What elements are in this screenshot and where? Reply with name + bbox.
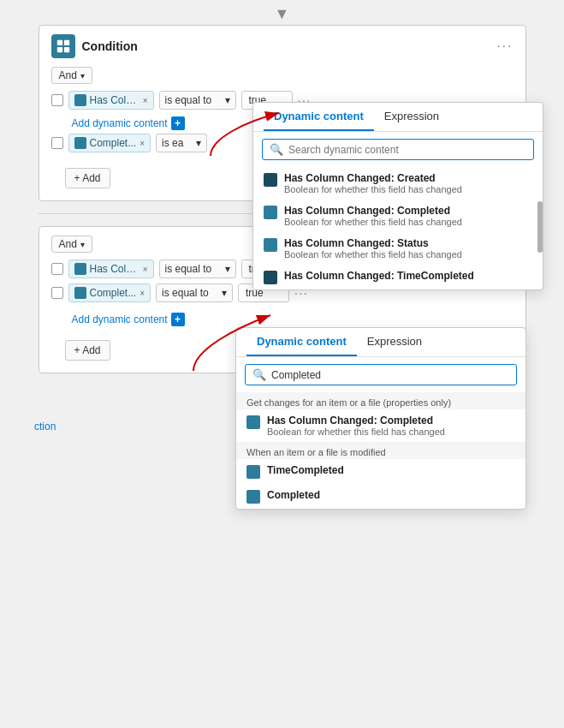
scroll-bar-1[interactable] <box>537 201 543 253</box>
add-dynamic-icon-1: + <box>171 116 185 130</box>
panel-item-desc-1-1: Boolean for whether this field has chang… <box>284 217 462 227</box>
add-dynamic-icon-2: + <box>171 313 185 326</box>
panel-item-title-1-1: Has Column Changed: Completed <box>284 205 462 217</box>
and-badge-2[interactable]: And ▾ <box>51 236 92 253</box>
tag-icon-2-1 <box>74 263 86 275</box>
tag-icon-1-2 <box>74 137 86 149</box>
search-icon-2: 🔍 <box>252 368 266 381</box>
panel-item-1-0[interactable]: Has Column Changed: Created Boolean for … <box>253 167 543 200</box>
tag-close-2-1[interactable]: × <box>143 265 148 274</box>
panel-item-icon-1-2 <box>264 238 277 252</box>
panel-item-title-1-2: Has Column Changed: Status <box>284 237 462 249</box>
panel-search-1: 🔍 <box>262 139 534 160</box>
action-text: ction <box>34 421 56 433</box>
panel-items-1: Has Column Changed: Created Boolean for … <box>253 167 543 289</box>
panel-section-label-2-2: When an item or a file is modified <box>236 442 525 459</box>
dynamic-panel-1: Dynamic content Expression 🔍 Has Column … <box>252 102 543 290</box>
dynamic-panel-2: Dynamic content Expression 🔍 Get changes… <box>235 327 526 510</box>
tag-close-1-1[interactable]: × <box>143 96 148 105</box>
tag-icon-2-2 <box>74 287 86 299</box>
add-dynamic-2[interactable]: Add dynamic content + <box>72 313 185 326</box>
panel-item-icon-2-2 <box>246 490 260 504</box>
panel-tabs-2: Dynamic content Expression <box>236 328 525 357</box>
tag-icon-1-1 <box>74 94 86 106</box>
svg-rect-3 <box>63 47 68 52</box>
panel-item-1-1[interactable]: Has Column Changed: Completed Boolean fo… <box>253 200 543 232</box>
checkbox-1-2[interactable] <box>51 137 63 149</box>
section1-wrapper: Condition ··· And ▾ Has Colu... × is equ… <box>0 25 564 201</box>
checkbox-2-2[interactable] <box>51 287 63 299</box>
search-input-2[interactable] <box>271 369 509 381</box>
operator-select-1-2[interactable]: is ea ▾ <box>156 134 207 152</box>
and-badge-1[interactable]: And ▾ <box>51 67 92 84</box>
tag-pill-1-2[interactable]: Complet... × <box>68 134 151 152</box>
panel-tabs-1: Dynamic content Expression <box>253 103 543 132</box>
panel-item-title-1-3: Has Column Changed: TimeCompleted <box>284 270 474 282</box>
panel-item-title-1-0: Has Column Changed: Created <box>284 172 462 184</box>
tag-pill-1-1[interactable]: Has Colu... × <box>68 91 154 110</box>
tab-expression-1[interactable]: Expression <box>374 103 449 131</box>
svg-rect-2 <box>56 47 62 52</box>
panel-item-title-2-1: TimeCompleted <box>267 464 344 476</box>
panel-item-2-0[interactable]: Has Column Changed: Completed Boolean fo… <box>236 409 525 442</box>
card-menu-1[interactable]: ··· <box>496 39 513 54</box>
condition-icon-1 <box>51 34 75 58</box>
panel-item-desc-1-2: Boolean for whether this field has chang… <box>284 249 462 260</box>
panel-item-2-2[interactable]: Completed <box>236 484 525 509</box>
panel-item-2-1[interactable]: TimeCompleted <box>236 459 525 484</box>
panel-item-icon-1-1 <box>264 206 277 219</box>
search-icon-1: 🔍 <box>270 143 283 156</box>
add-dynamic-1[interactable]: Add dynamic content + <box>72 116 185 130</box>
panel-item-1-2[interactable]: Has Column Changed: Status Boolean for w… <box>253 232 543 265</box>
tab-expression-2[interactable]: Expression <box>357 328 432 356</box>
search-input-1[interactable] <box>288 144 526 156</box>
panel-search-2: 🔍 <box>245 364 517 385</box>
operator-select-1-1[interactable]: is equal to ▾ <box>159 91 236 110</box>
tag-text-1-2: Complet... <box>90 137 137 149</box>
checkbox-1-1[interactable] <box>51 94 63 106</box>
tag-pill-2-1[interactable]: Has Colu... × <box>68 260 154 278</box>
tag-close-2-2[interactable]: × <box>140 289 145 298</box>
tag-close-1-2[interactable]: × <box>140 139 145 148</box>
svg-rect-1 <box>63 40 68 45</box>
panel-item-icon-2-0 <box>246 415 260 429</box>
svg-rect-0 <box>56 40 62 45</box>
card-header-1: Condition ··· <box>51 34 514 58</box>
panel-item-title-2-0: Has Column Changed: Completed <box>267 415 445 427</box>
panel-section-label-2-1: Get changes for an item or a file (prope… <box>236 392 525 409</box>
checkbox-2-1[interactable] <box>51 263 63 275</box>
panel-item-desc-2-0: Boolean for whether this field has chang… <box>267 427 445 437</box>
panel-item-title-2-2: Completed <box>267 489 320 501</box>
panel-item-icon-1-0 <box>264 173 277 187</box>
tab-dynamic-1[interactable]: Dynamic content <box>264 103 374 131</box>
tag-pill-2-2[interactable]: Complet... × <box>68 283 151 302</box>
panel-item-icon-1-3 <box>264 271 277 284</box>
top-connector: ▼ <box>0 0 564 25</box>
operator-select-2-2[interactable]: is equal to ▾ <box>156 283 233 302</box>
tab-dynamic-2[interactable]: Dynamic content <box>246 328 357 356</box>
operator-select-2-1[interactable]: is equal to ▾ <box>159 260 236 278</box>
tag-text-2-2: Complet... <box>90 287 137 299</box>
down-arrow-icon: ▼ <box>275 5 290 23</box>
add-button-2[interactable]: + Add <box>65 340 110 361</box>
tag-text-2-1: Has Colu... <box>90 263 140 275</box>
add-button-1[interactable]: + Add <box>65 168 110 188</box>
panel-item-desc-1-0: Boolean for whether this field has chang… <box>284 184 462 194</box>
panel-item-icon-2-1 <box>246 465 260 479</box>
tag-text-1-1: Has Colu... <box>90 94 140 106</box>
panel-item-1-3[interactable]: Has Column Changed: TimeCompleted <box>253 265 543 289</box>
card-title-1: Condition <box>82 39 497 53</box>
